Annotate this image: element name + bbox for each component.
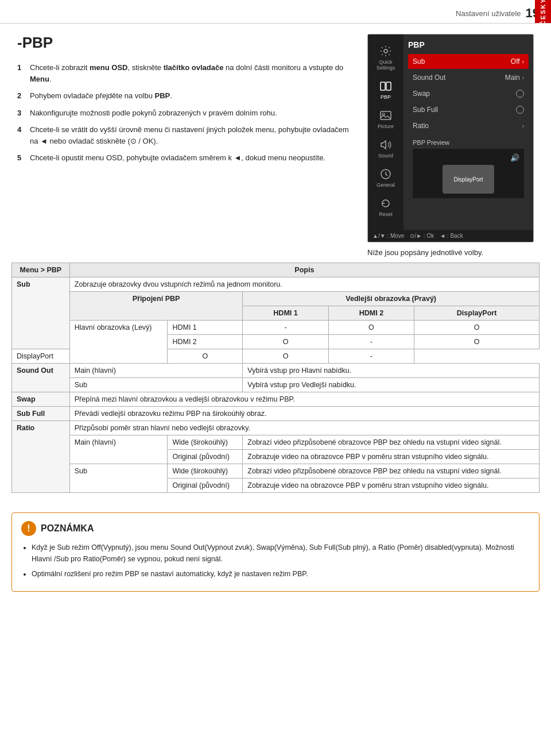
row-sub-hlavni: Hlavní obrazovka (Levý) HDMI 1 - O O: [12, 321, 540, 335]
step-num-5: 5: [17, 152, 26, 164]
desc-sub-top: Zobrazuje obrazovky dvou vstupních režim…: [69, 277, 539, 292]
right-column: Quick Settings PBP: [367, 34, 534, 257]
row-sub: Sub Zobrazuje obrazovky dvou vstupních r…: [12, 277, 540, 292]
cell-hdmi1-dp: O: [414, 321, 540, 335]
menu-item-sound-out-label: Sound Out: [413, 74, 445, 82]
sidebar-item-quick-settings[interactable]: Quick Settings: [368, 40, 403, 75]
cell-dp-hdmi1: O: [168, 349, 243, 364]
cell-dp-label: DisplayPort: [12, 349, 70, 364]
sidebar-label-pbp: PBP: [381, 94, 391, 100]
general-icon: [379, 168, 392, 180]
step-text-2: Pohybem ovladače přejděte na volbu PBP.: [30, 90, 350, 102]
monitor-inner: Quick Settings PBP: [368, 34, 533, 230]
cell-dp-hdmi2: O: [243, 349, 328, 364]
row-sound-out-sub: Sub Vybírá vstup pro Vedlejší nabídku.: [12, 378, 540, 392]
chevron-right-icon: ›: [522, 75, 524, 81]
preview-screen-label: DisplayPort: [453, 176, 483, 183]
sidebar-item-reset[interactable]: Reset: [368, 192, 403, 222]
step-text-5: Chcete-li opustit menu OSD, pohybujte ov…: [30, 152, 350, 164]
sub-header-vedlejsi: Vedlejší obrazovka (Pravý): [243, 292, 540, 306]
menu-item-sub-label: Sub: [413, 57, 425, 65]
reset-icon: [379, 197, 392, 210]
circle-icon-sub-full: [516, 106, 524, 114]
menu-item-sub-full[interactable]: Sub Full: [408, 102, 529, 117]
cell-ratio-sub-wide-desc: Zobrazí video přizpůsobené obrazovce PBP…: [243, 464, 540, 479]
sub-col-hdmi2: HDMI 2: [328, 306, 414, 321]
col-header-popis: Popis: [69, 263, 539, 277]
sidebar-item-general[interactable]: General: [368, 163, 403, 192]
svg-rect-2: [386, 82, 391, 90]
cell-sound-out-main-label: Main (hlavní): [69, 364, 243, 378]
nav-hints: ▲/▼ : Move ⊙/► : Ok ◄ : Back: [368, 230, 533, 242]
step-num-4: 4: [17, 124, 26, 146]
page-header: Nastavení uživatele 19 ČESKY: [0, 0, 551, 24]
steps-list: 1 Chcete-li zobrazit menu OSD, stiskněte…: [17, 62, 350, 164]
nav-back: ◄ : Back: [440, 233, 463, 239]
svg-point-0: [384, 49, 387, 53]
row-sub-full: Sub Full Převádí vedlejší obrazovku reži…: [12, 407, 540, 421]
step-text-3: Nakonfigurujte možnosti podle pokynů zob…: [30, 107, 350, 119]
svg-rect-1: [381, 82, 385, 90]
cell-ratio-top-desc: Přizpůsobí poměr stran hlavní nebo vedle…: [69, 421, 539, 435]
pbp-icon: [379, 80, 392, 92]
menu-title: PBP: [408, 40, 529, 49]
chevron-ratio-icon: ›: [522, 123, 524, 129]
row-ratio-sub-wide: Sub Wide (širokoúhlý) Zobrazí video přiz…: [12, 464, 540, 479]
menu-cell-swap: Swap: [12, 392, 70, 407]
menu-item-sub[interactable]: Sub Off ›: [408, 54, 529, 69]
menu-cell-sub: Sub: [12, 277, 70, 349]
step-text-1: Chcete-li zobrazit menu OSD, stiskněte t…: [30, 62, 350, 84]
menu-item-sub-full-label: Sub Full: [413, 106, 438, 114]
menu-item-ratio[interactable]: Ratio ›: [408, 118, 529, 133]
sidebar-label-quick-settings: Quick Settings: [370, 59, 401, 71]
step-num-3: 3: [17, 107, 26, 119]
note-bullet-2: Optimální rozlišení pro režim PBP se nas…: [32, 568, 530, 580]
table-section: Menu > PBP Popis Sub Zobrazuje obrazovky…: [0, 263, 551, 504]
menu-item-sub-full-value: [516, 106, 524, 114]
preview-screen-area: DisplayPort: [417, 165, 519, 194]
cell-ratio-main-orig-desc: Zobrazuje video na obrazovce PBP v poměr…: [243, 450, 540, 464]
menu-item-ratio-label: Ratio: [413, 122, 429, 130]
cell-hdmi2-label: HDMI 2: [168, 335, 243, 349]
nav-move: ▲/▼ : Move: [372, 233, 404, 239]
cell-sound-out-sub-desc: Vybírá vstup pro Vedlejší nabídku.: [243, 378, 540, 392]
menu-item-swap-value: [516, 90, 524, 98]
sound-icon: [379, 138, 392, 151]
preview-screen: DisplayPort: [443, 165, 494, 194]
menu-item-swap[interactable]: Swap: [408, 86, 529, 101]
step-3: 3 Nakonfigurujte možnosti podle pokynů z…: [17, 107, 350, 119]
cell-hdmi2-dp: O: [414, 335, 540, 349]
menu-item-sound-out[interactable]: Sound Out Main ›: [408, 70, 529, 85]
sidebar-item-sound[interactable]: Sound: [368, 134, 403, 163]
chevron-icon: ›: [522, 59, 524, 65]
step-2: 2 Pohybem ovladače přejděte na volbu PBP…: [17, 90, 350, 102]
sidebar-item-pbp[interactable]: PBP: [368, 75, 403, 105]
menu-item-sound-out-value: Main ›: [505, 74, 524, 82]
row-sub-table-header: Připojení PBP Vedlejší obrazovka (Pravý): [12, 292, 540, 306]
language-label: ČESKY: [535, 0, 551, 23]
menu-cell-sub-full: Sub Full: [12, 407, 70, 421]
sidebar-item-picture[interactable]: Picture: [368, 105, 403, 134]
cell-hdmi1-hdmi1: -: [243, 321, 328, 335]
row-swap: Swap Přepíná mezi hlavní obrazovkou a ve…: [12, 392, 540, 407]
menu-panel: PBP Sub Off › Sound Out Main ›: [403, 34, 533, 230]
step-5: 5 Chcete-li opustit menu OSD, pohybujte …: [17, 152, 350, 164]
sub-col-dp: DisplayPort: [414, 306, 540, 321]
step-1: 1 Chcete-li zobrazit menu OSD, stiskněte…: [17, 62, 350, 84]
preview-box: 🔊 DisplayPort: [413, 149, 524, 198]
preview-label: PBP Preview: [413, 139, 524, 146]
speaker-icon: 🔊: [510, 153, 519, 162]
main-table: Menu > PBP Popis Sub Zobrazuje obrazovky…: [11, 263, 540, 493]
cell-ratio-main-label: Main (hlavní): [69, 435, 168, 464]
note-bullet-1: Když je Sub režim Off(Vypnutý), jsou men…: [32, 542, 530, 565]
sidebar-label-picture: Picture: [378, 124, 394, 129]
cell-swap-desc: Přepíná mezi hlavní obrazovkou a vedlejš…: [69, 392, 539, 407]
step-text-4: Chcete-li se vrátit do vyšší úrovně menu…: [30, 124, 350, 146]
left-column: -PBP 1 Chcete-li zobrazit menu OSD, stis…: [17, 34, 350, 257]
menu-item-sub-value: Off ›: [511, 57, 524, 65]
section-title: -PBP: [17, 34, 350, 52]
cell-sound-out-sub-label: Sub: [69, 378, 243, 392]
cell-hdmi2-hdmi1: O: [243, 335, 328, 349]
preview-area: PBP Preview 🔊 DisplayPort: [408, 134, 529, 203]
step-num-1: 1: [17, 62, 26, 84]
